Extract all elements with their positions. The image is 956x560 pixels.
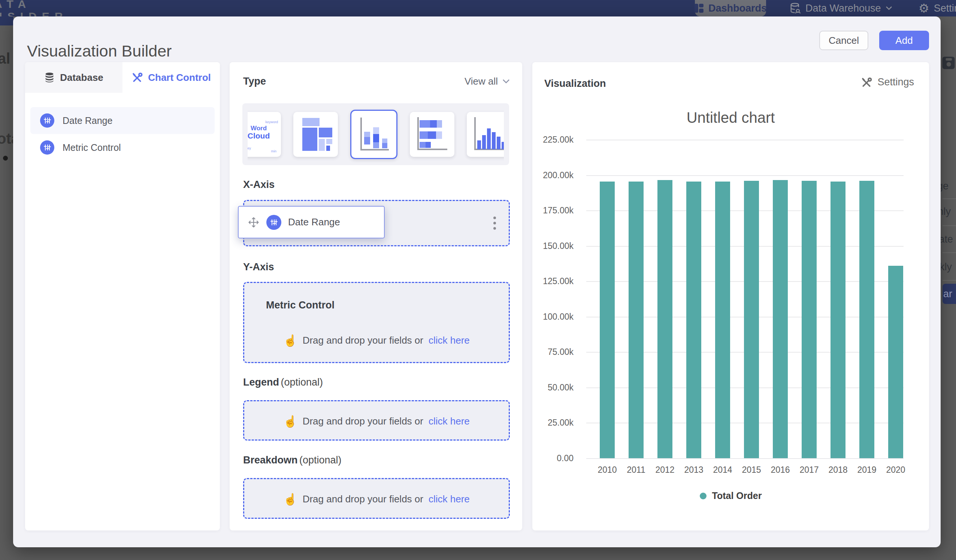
sliders-icon [266, 215, 281, 230]
fields-panel: Database Chart Control [25, 62, 220, 530]
nav-item-settings[interactable]: ⚙ Settin [918, 0, 956, 16]
word-cloud-thumbnail-text: Word Cloud [248, 125, 281, 140]
x-axis-tick: 2016 [766, 465, 794, 475]
nav-item-data-warehouse[interactable]: Data Warehouse [790, 0, 892, 16]
field-item-date-range[interactable]: Date Range [30, 107, 215, 134]
y-axis-zone-title: Metric Control [266, 300, 335, 311]
background-cut-text-1: al [0, 50, 10, 67]
breakdown-drop-zone[interactable]: ☝ Drag and drop your fields or click her… [243, 478, 510, 519]
x-axis-tick: 2010 [593, 465, 621, 475]
database-icon [44, 72, 55, 83]
field-label: Metric Control [63, 142, 121, 153]
save-icon [942, 56, 955, 70]
click-hand-icon: ☝ [283, 416, 297, 427]
chart-type-scroller[interactable]: ness keyword Word Cloud money min [248, 103, 504, 165]
tab-database-label: Database [60, 72, 104, 83]
chart-bar-2020 [888, 266, 903, 458]
y-axis-tick: 25.00k [548, 418, 574, 428]
x-axis-tick: 2012 [651, 465, 679, 475]
gridline [586, 140, 904, 140]
y-axis-tick: 75.00k [548, 347, 574, 357]
drop-hint-row: ☝ Drag and drop your fields or click her… [244, 493, 509, 505]
view-all-label: View all [464, 75, 498, 87]
chart-bar-2016 [773, 180, 788, 458]
chart-bar-2014 [715, 182, 730, 458]
chart-settings-button[interactable]: Settings [861, 76, 914, 88]
settings-tools-icon [861, 77, 872, 88]
visualization-panel-title: Visualization [544, 78, 606, 89]
gridline [586, 175, 904, 176]
x-axis-tick: 2020 [881, 465, 910, 475]
sliders-icon [40, 140, 54, 155]
tab-chart-control[interactable]: Chart Control [123, 62, 220, 93]
dashboards-icon [694, 3, 704, 13]
chart-bar-2010 [600, 182, 615, 458]
click-here-link[interactable]: click here [429, 335, 470, 346]
tab-database[interactable]: Database [25, 62, 123, 93]
chart-y-axis: 225.00k200.00k175.00k150.00k125.00k100.0… [532, 140, 580, 458]
field-label: Date Range [63, 115, 112, 126]
nav-item-dashboards[interactable]: Dashboards [695, 0, 766, 16]
gear-icon: ⚙ [918, 2, 929, 14]
fields-tabbar: Database Chart Control [25, 62, 220, 93]
y-axis-tick: 225.00k [543, 135, 574, 145]
chart-bar-2013 [686, 182, 701, 458]
field-item-metric-control[interactable]: Metric Control [30, 134, 215, 161]
y-axis-drop-zone[interactable]: Metric Control ☝ Drag and drop your fiel… [243, 282, 510, 363]
sliders-icon [40, 113, 54, 128]
chart-type-stacked-column-selected[interactable] [350, 110, 398, 159]
field-list: Date Range Metric Control [25, 107, 220, 161]
view-all-dropdown[interactable]: View all [464, 75, 510, 87]
y-axis-tick: 125.00k [543, 276, 574, 286]
x-axis-tick: 2011 [622, 465, 650, 475]
x-axis-tick: 2017 [795, 465, 823, 475]
click-here-link[interactable]: click here [429, 416, 470, 427]
y-axis-tick: 100.00k [543, 312, 574, 322]
legend-section-label: Legend (optional) [243, 376, 323, 388]
tab-chart-control-label: Chart Control [148, 72, 211, 83]
click-hand-icon: ☝ [283, 494, 297, 505]
cancel-button[interactable]: Cancel [819, 31, 868, 50]
chart-type-treemap[interactable] [293, 112, 338, 157]
chart-type-word-cloud[interactable]: ness keyword Word Cloud money min [248, 112, 281, 157]
legend-series-label: Total Order [712, 490, 762, 501]
drop-hint-row: ☝ Drag and drop your fields or click her… [244, 416, 509, 427]
x-axis-field-card[interactable]: Date Range [238, 206, 385, 238]
add-button[interactable]: Add [879, 31, 929, 50]
chart-legend: Total Order [532, 490, 929, 501]
chart-plot [586, 140, 904, 458]
nav-label-data-warehouse: Data Warehouse [805, 3, 881, 14]
drop-hint-text: Drag and drop your fields or [303, 493, 423, 505]
chart-builder-panel: Type View all ness keyword Word Cloud [230, 62, 522, 530]
click-here-link[interactable]: click here [429, 493, 470, 505]
x-axis-field-label: Date Range [288, 216, 340, 228]
y-axis-tick: 150.00k [543, 241, 574, 251]
chart-type-column[interactable] [467, 112, 504, 157]
y-axis-tick: 0.00 [557, 453, 574, 463]
drop-hint-text: Drag and drop your fields or [303, 416, 423, 427]
gridline [586, 458, 904, 459]
chart-settings-label: Settings [877, 76, 914, 88]
chart-type-stacked-bar[interactable] [410, 112, 454, 157]
y-axis-tick: 50.00k [548, 383, 574, 393]
modal-title: Visualization Builder [27, 42, 171, 60]
app-root: ATA NSIDER Dashboards Data Warehouse [0, 0, 956, 560]
kebab-menu-icon[interactable] [491, 214, 499, 233]
y-axis-tick: 175.00k [543, 205, 574, 216]
background-rail-selected-item: ar [942, 284, 956, 304]
drop-hint-text: Drag and drop your fields or [303, 335, 423, 346]
topbar-left-extension [0, 16, 14, 25]
x-axis-drop-zone[interactable]: Date Range [243, 200, 510, 246]
visualization-panel: Visualization Settings Untitled chart 22… [532, 62, 929, 530]
legend-drop-zone[interactable]: ☝ Drag and drop your fields or click her… [243, 400, 510, 441]
chart-bar-2017 [802, 181, 817, 458]
chart-bar-2011 [629, 182, 643, 458]
y-axis-tick: 200.00k [543, 170, 574, 180]
drop-hint-row: ☝ Drag and drop your fields or click her… [244, 335, 509, 346]
database-warehouse-icon [790, 3, 801, 14]
chart-title: Untitled chart [532, 109, 929, 126]
x-axis-label: X-Axis [243, 179, 275, 191]
chart-bar-2019 [859, 181, 874, 458]
topbar: ATA NSIDER Dashboards Data Warehouse [0, 0, 956, 16]
chevron-down-icon [502, 79, 510, 84]
